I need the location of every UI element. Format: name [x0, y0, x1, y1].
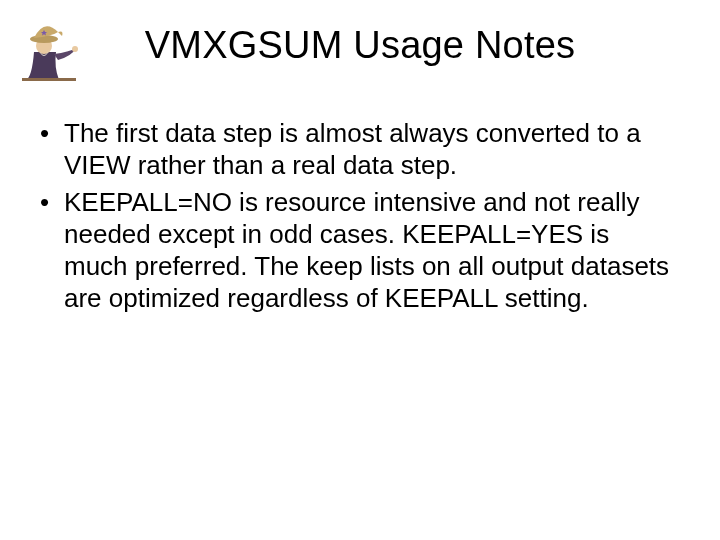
svg-rect-3	[22, 78, 76, 81]
slide-body: The first data step is almost always con…	[38, 118, 672, 320]
list-item: KEEPALL=NO is resource intensive and not…	[38, 187, 672, 314]
list-item: The first data step is almost always con…	[38, 118, 672, 181]
slide-title: VMXGSUM Usage Notes	[0, 24, 720, 67]
slide: VMXGSUM Usage Notes The first data step …	[0, 0, 720, 540]
bullet-list: The first data step is almost always con…	[38, 118, 672, 314]
